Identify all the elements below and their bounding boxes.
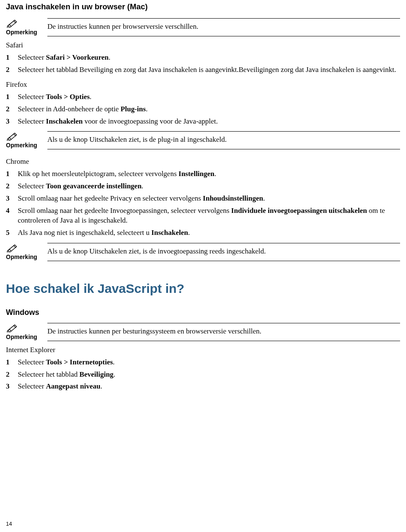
step-text: . xyxy=(90,93,91,101)
step-text: Klik op het moersleutelpictogram, select… xyxy=(18,170,178,178)
list-item: Selecteer Toon geavanceerde instellingen… xyxy=(6,182,400,191)
step-text: Scroll omlaag naar het gedeelte Privacy … xyxy=(18,194,203,202)
step-text: . xyxy=(109,53,110,61)
note-label: Opmerking xyxy=(6,28,36,36)
step-text: . xyxy=(113,358,115,366)
step-text: Selecteer xyxy=(18,117,46,125)
step-text: . xyxy=(214,170,216,178)
step-text: Selecteer xyxy=(18,182,46,190)
chrome-heading: Chrome xyxy=(6,157,400,167)
step-text: Als Java nog niet is ingeschakeld, selec… xyxy=(18,229,151,237)
list-item: Selecteer Aangepast niveau. xyxy=(6,382,400,391)
step-bold: Plug-ins xyxy=(121,105,146,113)
pencil-icon xyxy=(6,131,19,141)
step-text: Selecteer xyxy=(18,93,46,101)
chrome-steps: Klik op het moersleutelpictogram, select… xyxy=(6,169,400,238)
safari-steps: Selecteer Safari > Voorkeuren. Selecteer… xyxy=(6,53,400,75)
step-text: voor de invoegtoepassing voor de Java-ap… xyxy=(82,117,218,125)
step-text: Selecteer in Add-onbeheer de optie xyxy=(18,105,121,113)
step-text: . xyxy=(188,229,190,237)
list-item: Selecteer het tabblad Beveiliging. xyxy=(6,370,400,380)
heading-javascript: Hoe schakel ik JavaScript in? xyxy=(6,280,400,298)
ie-steps: Selecteer Tools > Internetopties. Select… xyxy=(6,358,400,392)
note-block-3: Opmerking Als u de knop Uitschakelen zie… xyxy=(6,243,400,261)
step-bold: Inhoudsinstellingen xyxy=(203,194,263,202)
step-text: Selecteer het tabblad xyxy=(18,370,80,378)
note-label: Opmerking xyxy=(6,141,36,149)
list-item: Selecteer Tools > Opties. xyxy=(6,92,400,102)
note-text: De instructies kunnen per besturingssyst… xyxy=(47,323,400,341)
note-text: De instructies kunnen per browserversie … xyxy=(47,18,400,36)
list-item: Scroll omlaag naar het gedeelte Invoegto… xyxy=(6,206,400,226)
step-bold: Safari > Voorkeuren xyxy=(46,53,109,61)
firefox-heading: Firefox xyxy=(6,80,400,90)
step-text: . xyxy=(100,382,102,390)
pencil-icon xyxy=(6,243,19,252)
step-text: Selecteer het tabblad Beveiliging en zor… xyxy=(18,66,396,74)
step-bold: Instellingen xyxy=(178,170,214,178)
ie-heading: Internet Explorer xyxy=(6,345,400,355)
step-text: . xyxy=(263,194,265,202)
note-label: Opmerking xyxy=(6,333,36,341)
pencil-icon xyxy=(6,323,19,332)
list-item: Selecteer Safari > Voorkeuren. xyxy=(6,53,400,63)
list-item: Selecteer Tools > Internetopties. xyxy=(6,358,400,367)
note-block-2: Opmerking Als u de knop Uitschakelen zie… xyxy=(6,131,400,149)
step-bold: Tools > Opties xyxy=(46,93,90,101)
note-block-4: Opmerking De instructies kunnen per best… xyxy=(6,323,400,341)
note-text: Als u de knop Uitschakelen ziet, is de i… xyxy=(47,243,400,261)
pencil-icon xyxy=(6,18,19,28)
note-label: Opmerking xyxy=(6,253,36,261)
step-bold: Toon geavanceerde instellingen xyxy=(46,182,142,190)
list-item: Klik op het moersleutelpictogram, select… xyxy=(6,169,400,179)
list-item: Selecteer in Add-onbeheer de optie Plug-… xyxy=(6,105,400,114)
windows-heading: Windows xyxy=(6,307,400,317)
note-block-1: Opmerking De instructies kunnen per brow… xyxy=(6,18,400,36)
step-text: Selecteer xyxy=(18,382,46,390)
list-item: Als Java nog niet is ingeschakeld, selec… xyxy=(6,228,400,238)
safari-heading: Safari xyxy=(6,41,400,50)
step-bold: Aangepast niveau xyxy=(46,382,101,390)
note-text: Als u de knop Uitschakelen ziet, is de p… xyxy=(47,131,400,149)
step-bold: Tools > Internetopties xyxy=(46,358,113,366)
step-text: Selecteer xyxy=(18,358,46,366)
firefox-steps: Selecteer Tools > Opties. Selecteer in A… xyxy=(6,92,400,127)
step-bold: Inschakelen xyxy=(46,117,83,125)
list-item: Selecteer Inschakelen voor de invoegtoep… xyxy=(6,117,400,127)
step-bold: Individuele invoegtoepassingen uitschake… xyxy=(231,207,367,215)
step-text: Selecteer xyxy=(18,53,46,61)
step-text: . xyxy=(142,182,143,190)
step-bold: Beveiliging xyxy=(80,370,113,378)
step-bold: Inschakelen xyxy=(151,229,188,237)
step-text: . xyxy=(146,105,148,113)
page-number: 14 xyxy=(6,520,12,528)
step-text: Scroll omlaag naar het gedeelte Invoegto… xyxy=(18,207,231,215)
heading-mac: Java inschakelen in uw browser (Mac) xyxy=(6,2,400,12)
list-item: Scroll omlaag naar het gedeelte Privacy … xyxy=(6,194,400,204)
step-text: . xyxy=(113,370,115,378)
list-item: Selecteer het tabblad Beveiliging en zor… xyxy=(6,65,400,75)
